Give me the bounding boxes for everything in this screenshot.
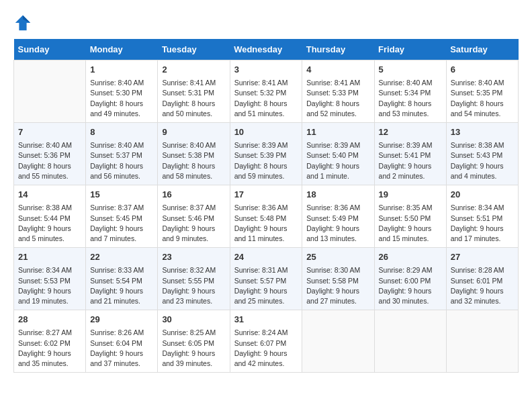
day-info: Sunrise: 8:36 AM Sunset: 5:49 PM Dayligh… [306, 203, 369, 244]
calendar-cell: 16Sunrise: 8:37 AM Sunset: 5:46 PM Dayli… [158, 185, 230, 248]
day-number: 10 [234, 126, 298, 138]
day-info: Sunrise: 8:33 AM Sunset: 5:54 PM Dayligh… [90, 265, 153, 306]
calendar-cell: 25Sunrise: 8:30 AM Sunset: 5:58 PM Dayli… [302, 248, 374, 310]
calendar-cell: 14Sunrise: 8:38 AM Sunset: 5:44 PM Dayli… [14, 185, 86, 248]
calendar-cell: 26Sunrise: 8:29 AM Sunset: 6:00 PM Dayli… [374, 248, 446, 310]
day-number: 4 [306, 64, 369, 76]
day-number: 8 [90, 126, 153, 138]
page-header [13, 13, 519, 32]
day-info: Sunrise: 8:26 AM Sunset: 6:04 PM Dayligh… [90, 328, 153, 369]
calendar-cell: 23Sunrise: 8:32 AM Sunset: 5:55 PM Dayli… [158, 248, 230, 310]
day-info: Sunrise: 8:37 AM Sunset: 5:45 PM Dayligh… [90, 203, 153, 244]
calendar-cell: 4Sunrise: 8:41 AM Sunset: 5:33 PM Daylig… [302, 60, 374, 123]
calendar-cell: 8Sunrise: 8:40 AM Sunset: 5:37 PM Daylig… [86, 123, 158, 185]
day-info: Sunrise: 8:40 AM Sunset: 5:38 PM Dayligh… [162, 140, 225, 181]
day-number: 23 [162, 251, 225, 263]
calendar-cell: 29Sunrise: 8:26 AM Sunset: 6:04 PM Dayli… [86, 310, 158, 373]
calendar-cell: 11Sunrise: 8:39 AM Sunset: 5:40 PM Dayli… [302, 123, 374, 185]
day-info: Sunrise: 8:41 AM Sunset: 5:32 PM Dayligh… [234, 78, 298, 119]
calendar-cell [14, 60, 86, 123]
calendar-cell: 31Sunrise: 8:24 AM Sunset: 6:07 PM Dayli… [230, 310, 302, 373]
day-of-week-header: Sunday [14, 39, 86, 60]
day-of-week-header: Monday [86, 39, 158, 60]
calendar-cell: 6Sunrise: 8:40 AM Sunset: 5:35 PM Daylig… [446, 60, 518, 123]
day-number: 6 [451, 64, 514, 76]
day-number: 12 [379, 126, 442, 138]
day-number: 22 [90, 251, 153, 263]
calendar-week-row: 7Sunrise: 8:40 AM Sunset: 5:36 PM Daylig… [14, 123, 519, 185]
calendar-cell [446, 310, 518, 373]
day-number: 24 [234, 251, 298, 263]
calendar-table: SundayMondayTuesdayWednesdayThursdayFrid… [13, 39, 519, 373]
calendar-cell: 21Sunrise: 8:34 AM Sunset: 5:53 PM Dayli… [14, 248, 86, 310]
day-of-week-header: Friday [374, 39, 446, 60]
calendar-cell [302, 310, 374, 373]
day-number: 5 [379, 64, 442, 76]
calendar-cell: 15Sunrise: 8:37 AM Sunset: 5:45 PM Dayli… [86, 185, 158, 248]
day-number: 26 [379, 251, 442, 263]
day-number: 17 [234, 189, 298, 201]
day-number: 27 [451, 251, 514, 263]
day-info: Sunrise: 8:34 AM Sunset: 5:53 PM Dayligh… [18, 265, 81, 306]
day-of-week-header: Tuesday [158, 39, 230, 60]
calendar-cell: 28Sunrise: 8:27 AM Sunset: 6:02 PM Dayli… [14, 310, 86, 373]
day-number: 20 [451, 189, 514, 201]
day-info: Sunrise: 8:40 AM Sunset: 5:30 PM Dayligh… [90, 78, 153, 119]
day-info: Sunrise: 8:36 AM Sunset: 5:48 PM Dayligh… [234, 203, 298, 244]
day-number: 1 [90, 64, 153, 76]
day-number: 21 [18, 251, 81, 263]
calendar-header-row: SundayMondayTuesdayWednesdayThursdayFrid… [14, 39, 519, 60]
calendar-cell: 5Sunrise: 8:40 AM Sunset: 5:34 PM Daylig… [374, 60, 446, 123]
day-info: Sunrise: 8:40 AM Sunset: 5:36 PM Dayligh… [18, 140, 81, 181]
day-info: Sunrise: 8:24 AM Sunset: 6:07 PM Dayligh… [234, 328, 298, 369]
day-number: 11 [306, 126, 369, 138]
calendar-cell: 17Sunrise: 8:36 AM Sunset: 5:48 PM Dayli… [230, 185, 302, 248]
day-number: 28 [18, 314, 81, 326]
day-info: Sunrise: 8:41 AM Sunset: 5:33 PM Dayligh… [306, 78, 369, 119]
day-number: 7 [18, 126, 81, 138]
calendar-cell: 30Sunrise: 8:25 AM Sunset: 6:05 PM Dayli… [158, 310, 230, 373]
calendar-cell: 22Sunrise: 8:33 AM Sunset: 5:54 PM Dayli… [86, 248, 158, 310]
day-number: 14 [18, 189, 81, 201]
day-number: 2 [162, 64, 225, 76]
day-info: Sunrise: 8:40 AM Sunset: 5:37 PM Dayligh… [90, 140, 153, 181]
day-info: Sunrise: 8:35 AM Sunset: 5:50 PM Dayligh… [379, 203, 442, 244]
calendar-cell: 27Sunrise: 8:28 AM Sunset: 6:01 PM Dayli… [446, 248, 518, 310]
day-number: 15 [90, 189, 153, 201]
day-info: Sunrise: 8:39 AM Sunset: 5:40 PM Dayligh… [306, 140, 369, 181]
calendar-cell: 9Sunrise: 8:40 AM Sunset: 5:38 PM Daylig… [158, 123, 230, 185]
day-info: Sunrise: 8:28 AM Sunset: 6:01 PM Dayligh… [451, 265, 514, 306]
calendar-week-row: 28Sunrise: 8:27 AM Sunset: 6:02 PM Dayli… [14, 310, 519, 373]
day-info: Sunrise: 8:30 AM Sunset: 5:58 PM Dayligh… [306, 265, 369, 306]
calendar-cell: 10Sunrise: 8:39 AM Sunset: 5:39 PM Dayli… [230, 123, 302, 185]
calendar-cell: 18Sunrise: 8:36 AM Sunset: 5:49 PM Dayli… [302, 185, 374, 248]
day-info: Sunrise: 8:25 AM Sunset: 6:05 PM Dayligh… [162, 328, 225, 369]
day-info: Sunrise: 8:39 AM Sunset: 5:41 PM Dayligh… [379, 140, 442, 181]
logo [13, 13, 35, 32]
day-info: Sunrise: 8:37 AM Sunset: 5:46 PM Dayligh… [162, 203, 225, 244]
day-of-week-header: Thursday [302, 39, 374, 60]
calendar-cell: 3Sunrise: 8:41 AM Sunset: 5:32 PM Daylig… [230, 60, 302, 123]
day-info: Sunrise: 8:38 AM Sunset: 5:43 PM Dayligh… [451, 140, 514, 181]
logo-icon [13, 13, 32, 32]
calendar-cell: 24Sunrise: 8:31 AM Sunset: 5:57 PM Dayli… [230, 248, 302, 310]
day-number: 30 [162, 314, 225, 326]
calendar-week-row: 1Sunrise: 8:40 AM Sunset: 5:30 PM Daylig… [14, 60, 519, 123]
calendar-cell [374, 310, 446, 373]
day-info: Sunrise: 8:40 AM Sunset: 5:34 PM Dayligh… [379, 78, 442, 119]
day-number: 13 [451, 126, 514, 138]
day-of-week-header: Wednesday [230, 39, 302, 60]
calendar-week-row: 14Sunrise: 8:38 AM Sunset: 5:44 PM Dayli… [14, 185, 519, 248]
day-number: 9 [162, 126, 225, 138]
day-number: 19 [379, 189, 442, 201]
day-number: 31 [234, 314, 298, 326]
calendar-cell: 1Sunrise: 8:40 AM Sunset: 5:30 PM Daylig… [86, 60, 158, 123]
day-info: Sunrise: 8:39 AM Sunset: 5:39 PM Dayligh… [234, 140, 298, 181]
day-info: Sunrise: 8:27 AM Sunset: 6:02 PM Dayligh… [18, 328, 81, 369]
calendar-cell: 13Sunrise: 8:38 AM Sunset: 5:43 PM Dayli… [446, 123, 518, 185]
calendar-week-row: 21Sunrise: 8:34 AM Sunset: 5:53 PM Dayli… [14, 248, 519, 310]
day-info: Sunrise: 8:31 AM Sunset: 5:57 PM Dayligh… [234, 265, 298, 306]
day-info: Sunrise: 8:29 AM Sunset: 6:00 PM Dayligh… [379, 265, 442, 306]
day-info: Sunrise: 8:34 AM Sunset: 5:51 PM Dayligh… [451, 203, 514, 244]
calendar-cell: 19Sunrise: 8:35 AM Sunset: 5:50 PM Dayli… [374, 185, 446, 248]
